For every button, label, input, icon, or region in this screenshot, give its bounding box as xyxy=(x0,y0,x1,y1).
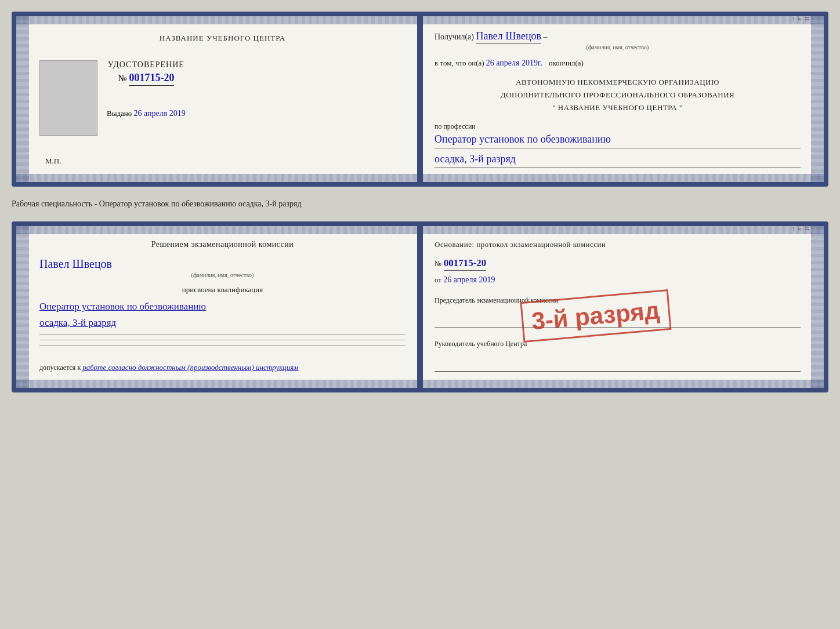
recipient-name: Павел Швецов xyxy=(476,30,541,44)
proto-prefix: № xyxy=(435,259,441,268)
udostoverenie-block: УДОСТОВЕРЕНИЕ № 001715-20 Выдано 26 апре… xyxy=(107,60,186,118)
left-border-deco xyxy=(16,16,29,182)
komissia-title: Решением экзаменационной комиссии xyxy=(39,240,405,249)
doc2-left-panel: Решением экзаменационной комиссии Павел … xyxy=(16,226,417,388)
document-card-2: Решением экзаменационной комиссии Павел … xyxy=(12,221,828,392)
kvalif-value2: осадка, 3-й разряд xyxy=(39,315,405,330)
dopuskaetsya-block: допускается к работе согласно должностны… xyxy=(39,363,405,372)
mark-arrow: ← xyxy=(790,16,797,182)
ot-date-line: от 26 апреля 2019 xyxy=(435,275,801,285)
doc1-right-panel: Получил(а) Павел Швецов – (фамилия, имя,… xyxy=(417,16,824,182)
right-border-deco xyxy=(811,16,824,182)
right-side-marks: И ,а ← xyxy=(790,16,811,182)
line-sep-3 xyxy=(39,345,405,346)
dash-after-name: – xyxy=(544,32,548,41)
recipient-line: Получил(а) Павел Швецов – (фамилия, имя,… xyxy=(435,30,801,50)
line-sep-1 xyxy=(39,335,405,335)
left-border-deco-2 xyxy=(16,226,29,388)
mark-i: И xyxy=(804,16,811,182)
page-wrapper: НАЗВАНИЕ УЧЕБНОГО ЦЕНТРА УДОСТОВЕРЕНИЕ №… xyxy=(12,12,828,392)
vtom-date: 26 апреля 2019г. xyxy=(486,59,542,67)
komissia-subtitle: (фамилия, имя, отчество) xyxy=(39,272,405,278)
ot-prefix: от xyxy=(435,275,441,284)
osnovanie-title: Основание: протокол экзаменационной коми… xyxy=(435,240,801,249)
document-card-1: НАЗВАНИЕ УЧЕБНОГО ЦЕНТРА УДОСТОВЕРЕНИЕ №… xyxy=(12,12,828,187)
specialty-label: Рабочая специальность - Оператор установ… xyxy=(12,197,828,211)
mark-i2: И xyxy=(804,226,811,388)
doc1-center-title: НАЗВАНИЕ УЧЕБНОГО ЦЕНТРА xyxy=(160,34,285,43)
recipient-prefix: Получил(а) xyxy=(435,32,474,41)
rank-value: осадка, 3-й разряд xyxy=(435,153,801,168)
cert-number: 001715-20 xyxy=(129,72,174,86)
doc2-right-panel: Основание: протокол экзаменационной коми… xyxy=(417,226,824,388)
ot-date: 26 апреля 2019 xyxy=(443,275,495,284)
issued-prefix: Выдано xyxy=(107,109,132,118)
vtom-line: в том, что он(а) 26 апреля 2019г. окончи… xyxy=(435,59,801,68)
proto-number: 001715-20 xyxy=(444,257,487,271)
mark-a: ,а xyxy=(797,16,804,182)
recipient-subtitle: (фамилия, имя, отчество) xyxy=(435,44,801,50)
cert-number-prefix: № xyxy=(118,73,126,83)
org-block: АВТОНОМНУЮ НЕКОММЕРЧЕСКУЮ ОРГАНИЗАЦИЮ ДО… xyxy=(435,76,801,114)
udostoverenie-label: УДОСТОВЕРЕНИЕ xyxy=(107,60,186,70)
org-line3: " НАЗВАНИЕ УЧЕБНОГО ЦЕНТРА " xyxy=(435,101,801,114)
rukovoditel-label: Руководитель учебного Центра xyxy=(435,340,801,348)
right-border-deco-2 xyxy=(811,226,824,388)
rukovoditel-sig-line xyxy=(435,360,801,372)
mark-a2: ,а xyxy=(797,226,804,388)
dopusk-text: работе согласно должностным (производств… xyxy=(82,363,298,372)
photo-placeholder xyxy=(39,60,97,136)
mark-arrow2: ← xyxy=(790,226,797,388)
dopusk-prefix: допускается к xyxy=(39,363,81,372)
issued-date: 26 апреля 2019 xyxy=(134,109,186,118)
doc1-left-panel: НАЗВАНИЕ УЧЕБНОГО ЦЕНТРА УДОСТОВЕРЕНИЕ №… xyxy=(16,16,417,182)
line-sep-2 xyxy=(39,340,405,340)
komissia-name: Павел Швецов xyxy=(39,257,405,271)
kvalif-value1: Оператор установок по обезвоживанию xyxy=(39,299,405,314)
right-side-marks-2: И ,а ← xyxy=(790,226,811,388)
profession-label: по профессии xyxy=(435,122,801,131)
vtom-prefix: в том, что он(а) xyxy=(435,59,484,67)
profession-value: Оператор установок по обезвоживанию xyxy=(435,133,801,148)
prisvoena-label: присвоена квалификация xyxy=(39,285,405,294)
okonchill-label: окончил(а) xyxy=(549,59,584,67)
org-line2: ДОПОЛНИТЕЛЬНОГО ПРОФЕССИОНАЛЬНОГО ОБРАЗО… xyxy=(435,89,801,101)
org-line1: АВТОНОМНУЮ НЕКОММЕРЧЕСКУЮ ОРГАНИЗАЦИЮ xyxy=(435,76,801,89)
mp-line: М.П. xyxy=(39,157,405,166)
